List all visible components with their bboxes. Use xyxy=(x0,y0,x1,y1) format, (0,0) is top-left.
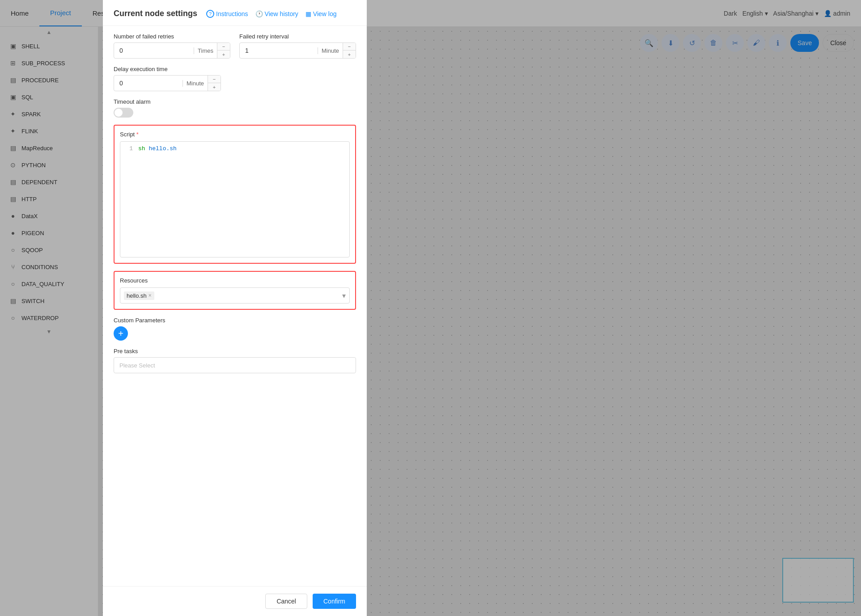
failed-interval-group: Failed retry interval 1 Minute − + xyxy=(239,33,356,59)
resources-section: Resources hello.sh × ▾ xyxy=(114,271,356,310)
log-icon: ▦ xyxy=(305,10,311,17)
modal-body: Number of failed retries 0 Times − + Fai… xyxy=(103,26,367,586)
code-content: sh hello.sh xyxy=(138,145,177,152)
modal-dialog: Current node settings ? Instructions 🕐 V… xyxy=(103,0,367,616)
modal-header: Current node settings ? Instructions 🕐 V… xyxy=(103,0,367,26)
delay-unit: Minute xyxy=(182,80,208,87)
failed-retries-row: Number of failed retries 0 Times − + Fai… xyxy=(114,33,356,59)
delay-label: Delay execution time xyxy=(114,66,356,72)
failed-retries-plus[interactable]: + xyxy=(217,51,230,58)
instructions-icon: ? xyxy=(206,10,214,18)
modal-footer: Cancel Confirm xyxy=(103,586,367,616)
resources-select[interactable]: hello.sh × ▾ xyxy=(120,287,350,304)
resource-tag-label: hello.sh xyxy=(127,292,147,299)
resources-label: Resources xyxy=(120,277,350,284)
delay-input[interactable]: 0 Minute − + xyxy=(114,75,221,91)
dropdown-arrow-icon: ▾ xyxy=(342,291,346,300)
modal-title: Current node settings xyxy=(114,9,197,18)
resource-tag: hello.sh × xyxy=(124,291,154,300)
failed-retries-label: Number of failed retries xyxy=(114,33,230,40)
failed-interval-value: 1 xyxy=(240,47,318,54)
instructions-link[interactable]: ? Instructions xyxy=(206,10,248,18)
failed-retries-value: 0 xyxy=(114,47,194,54)
clock-icon: 🕐 xyxy=(255,10,263,17)
delay-controls: − + xyxy=(208,76,221,91)
delay-plus[interactable]: + xyxy=(208,83,221,91)
timeout-toggle[interactable] xyxy=(114,108,133,118)
code-sh: sh xyxy=(138,145,145,152)
timeout-group: Timeout alarm xyxy=(114,98,356,118)
timeout-label: Timeout alarm xyxy=(114,98,356,105)
modal-header-links: ? Instructions 🕐 View history ▦ View log xyxy=(206,10,336,18)
failed-retries-input[interactable]: 0 Times − + xyxy=(114,42,230,59)
cancel-button[interactable]: Cancel xyxy=(265,594,307,609)
delay-group: Delay execution time 0 Minute − + xyxy=(114,66,356,91)
failed-retries-controls: − + xyxy=(217,43,230,58)
pre-tasks-group: Pre tasks Please Select xyxy=(114,348,356,373)
pre-tasks-select[interactable]: Please Select xyxy=(114,357,356,373)
script-label: Script * xyxy=(120,131,350,138)
custom-params-label: Custom Parameters xyxy=(114,317,356,324)
failed-retries-minus[interactable]: − xyxy=(217,43,230,51)
delay-minus[interactable]: − xyxy=(208,76,221,83)
code-cmd: hello.sh xyxy=(148,145,176,152)
failed-retries-group: Number of failed retries 0 Times − + xyxy=(114,33,230,59)
timeout-toggle-wrap xyxy=(114,108,356,118)
custom-params-group: Custom Parameters + xyxy=(114,317,356,341)
failed-interval-controls: − + xyxy=(343,43,356,58)
add-param-button[interactable]: + xyxy=(114,326,128,341)
pre-tasks-label: Pre tasks xyxy=(114,348,356,354)
code-line-1: 1 sh hello.sh xyxy=(124,145,346,152)
failed-interval-label: Failed retry interval xyxy=(239,33,356,40)
view-history-link[interactable]: 🕐 View history xyxy=(255,10,298,17)
failed-interval-plus[interactable]: + xyxy=(343,51,356,58)
failed-interval-minus[interactable]: − xyxy=(343,43,356,51)
failed-interval-input[interactable]: 1 Minute − + xyxy=(239,42,356,59)
failed-retries-unit: Times xyxy=(194,47,217,54)
pre-tasks-placeholder: Please Select xyxy=(119,358,350,374)
failed-interval-unit: Minute xyxy=(318,47,343,54)
confirm-button[interactable]: Confirm xyxy=(313,594,356,609)
script-section: Script * 1 sh hello.sh xyxy=(114,125,356,264)
view-log-link[interactable]: ▦ View log xyxy=(305,10,337,17)
code-editor[interactable]: 1 sh hello.sh xyxy=(120,141,350,257)
resource-tag-close[interactable]: × xyxy=(148,292,152,299)
line-number: 1 xyxy=(124,145,133,152)
script-required: * xyxy=(136,131,139,138)
delay-value: 0 xyxy=(114,80,182,87)
